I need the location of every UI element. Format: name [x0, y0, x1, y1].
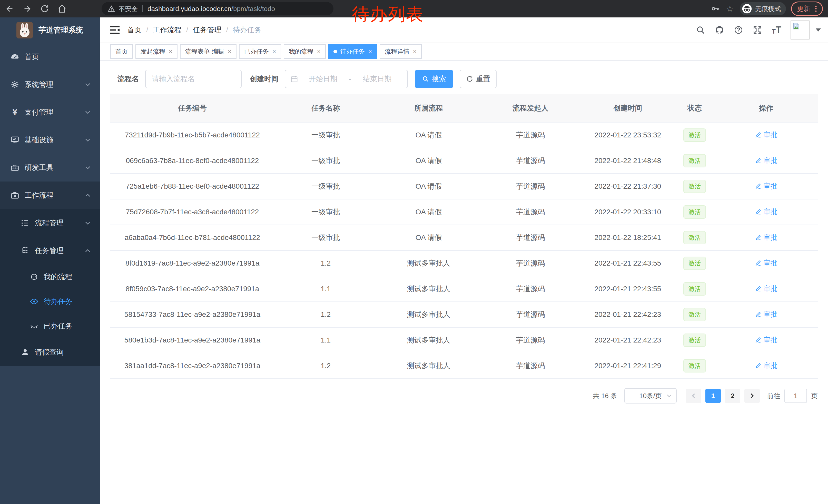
- date-range-picker[interactable]: 开始日期 - 结束日期: [285, 70, 408, 88]
- chevron-down-icon: [85, 165, 91, 171]
- cell-task-id: 75d72608-7b7f-11ec-a3c8-acde48001122: [110, 199, 275, 225]
- sidebar-item-payment[interactable]: ¥ 支付管理: [0, 98, 100, 126]
- cell-process: OA 请假: [377, 199, 481, 225]
- tab-home[interactable]: 首页: [110, 44, 133, 59]
- search-button[interactable]: 搜索: [415, 70, 453, 88]
- sidebar-item-system[interactable]: 系统管理: [0, 71, 100, 98]
- tab-start-process[interactable]: 发起流程×: [135, 44, 177, 59]
- edit-pencil-icon: [755, 157, 761, 164]
- table-row: 381aa1dd-7ac8-11ec-a9e2-a2380e71991a 1.2…: [110, 353, 818, 379]
- breadcrumb-home[interactable]: 首页: [127, 25, 141, 35]
- close-icon[interactable]: ×: [169, 48, 172, 55]
- avatar[interactable]: [791, 20, 810, 40]
- sidebar-item-devtools[interactable]: 研发工具: [0, 154, 100, 182]
- forward-icon[interactable]: [23, 4, 32, 13]
- next-page-button[interactable]: [744, 388, 760, 403]
- close-icon[interactable]: ×: [317, 48, 321, 55]
- url-path[interactable]: /bpm/task/todo: [232, 5, 275, 13]
- approve-link[interactable]: 审批: [755, 182, 778, 191]
- cell-process: 测试多审批人: [377, 302, 481, 327]
- address-bar[interactable]: 不安全 dashboard.yudao.iocoder.cn/bpm/task/…: [101, 2, 333, 15]
- approve-link[interactable]: 审批: [755, 207, 778, 216]
- approve-link[interactable]: 审批: [755, 284, 778, 293]
- edit-pencil-icon: [755, 209, 761, 215]
- cell-task-id: 725a1eb6-7b88-11ec-8ef0-acde48001122: [110, 174, 275, 199]
- incognito-badge: 无痕模式: [740, 2, 786, 15]
- status-badge: 激活: [683, 257, 706, 270]
- close-icon[interactable]: ×: [413, 48, 417, 55]
- sidebar-item-home[interactable]: 首页: [0, 43, 100, 71]
- close-icon[interactable]: ×: [228, 48, 232, 55]
- github-icon[interactable]: [715, 26, 724, 35]
- sidebar-item-workflow[interactable]: 工作流程: [0, 182, 100, 209]
- approve-link[interactable]: 审批: [755, 361, 778, 370]
- chevron-down-icon: [85, 137, 91, 143]
- tab-process-detail[interactable]: 流程详情×: [380, 44, 422, 59]
- page-1-button[interactable]: 1: [705, 388, 721, 403]
- start-date-placeholder: 开始日期: [298, 74, 348, 84]
- cell-create-time: 2022-01-21 22:42:23: [581, 302, 675, 327]
- process-name-input[interactable]: [145, 70, 242, 88]
- search-icon[interactable]: [696, 26, 705, 35]
- approve-link[interactable]: 审批: [755, 310, 778, 319]
- chevron-up-icon: [85, 192, 91, 198]
- approve-link[interactable]: 审批: [755, 259, 778, 268]
- sidebar-item-todo-tasks[interactable]: 待办任务: [0, 289, 100, 314]
- status-badge: 激活: [683, 333, 706, 347]
- approve-link[interactable]: 审批: [755, 233, 778, 242]
- sidebar-item-task-mgmt[interactable]: 任务管理: [0, 237, 100, 265]
- col-task-id: 任务编号: [110, 94, 275, 122]
- fullscreen-icon[interactable]: [753, 26, 762, 35]
- breadcrumb-workflow[interactable]: 工作流程: [153, 25, 181, 35]
- edit-pencil-icon: [755, 285, 761, 292]
- sidebar-item-leave-query[interactable]: 请假查询: [0, 338, 100, 366]
- cell-starter: 芋道源码: [480, 225, 581, 250]
- caret-down-icon[interactable]: [816, 29, 821, 32]
- approve-link[interactable]: 审批: [755, 130, 778, 139]
- annotation-text: 待办列表: [352, 3, 424, 26]
- breadcrumb-task-mgmt[interactable]: 任务管理: [193, 25, 222, 35]
- page-size-select[interactable]: 10条/页: [624, 388, 677, 404]
- close-icon[interactable]: ×: [368, 48, 372, 55]
- tab-todo-tasks[interactable]: 待办任务×: [328, 44, 377, 59]
- warning-icon: [108, 5, 115, 12]
- tab-form-edit[interactable]: 流程表单-编辑×: [180, 44, 237, 59]
- cell-task-id: 73211d9d-7b9b-11ec-b5b7-acde48001122: [110, 122, 275, 148]
- chevron-down-icon: [85, 220, 91, 226]
- url-host[interactable]: dashboard.yudao.iocoder.cn: [148, 5, 232, 13]
- tab-my-process[interactable]: 我的流程×: [284, 44, 326, 59]
- close-icon[interactable]: ×: [273, 48, 276, 55]
- sidebar-item-my-process[interactable]: 我的流程: [0, 265, 100, 289]
- chevron-down-icon: [666, 393, 672, 399]
- goto-page-input[interactable]: [784, 388, 807, 403]
- sidebar-fold-icon[interactable]: [110, 25, 120, 35]
- cell-task-name: 1.1: [275, 327, 377, 353]
- bookmark-star-icon[interactable]: ☆: [726, 4, 734, 13]
- sidebar-item-done-tasks[interactable]: 已办任务: [0, 314, 100, 338]
- reset-button[interactable]: 重置: [460, 70, 497, 88]
- key-icon[interactable]: [711, 4, 720, 13]
- edit-pencil-icon: [755, 311, 761, 318]
- approve-link[interactable]: 审批: [755, 335, 778, 345]
- prev-page-button[interactable]: [686, 388, 701, 403]
- end-date-placeholder: 结束日期: [353, 74, 402, 84]
- home-icon[interactable]: [57, 4, 67, 13]
- sidebar-item-infra[interactable]: 基础设施: [0, 126, 100, 154]
- page-2-button[interactable]: 2: [725, 388, 740, 403]
- app-logo[interactable]: 芋道管理系统: [0, 17, 100, 43]
- reload-icon[interactable]: [40, 4, 49, 13]
- tab-done-tasks[interactable]: 已办任务×: [239, 44, 281, 59]
- sidebar-item-process-mgmt[interactable]: 流程管理: [0, 209, 100, 237]
- eye-closed-icon: [30, 322, 38, 330]
- cell-task-name: 1.2: [275, 353, 377, 379]
- col-starter: 流程发起人: [480, 94, 581, 122]
- menu-dots-icon[interactable]: [813, 5, 819, 12]
- pagination: 共 16 条 10条/页 1 2 前往: [110, 388, 818, 404]
- back-icon[interactable]: [5, 4, 14, 13]
- content: 流程名 创建时间 开始日期 - 结束日期 搜索 重: [100, 60, 828, 504]
- security-label[interactable]: 不安全: [119, 5, 138, 13]
- approve-link[interactable]: 审批: [755, 156, 778, 165]
- update-button[interactable]: 更新: [791, 2, 823, 16]
- font-size-icon[interactable]: TT: [772, 26, 781, 35]
- help-icon[interactable]: [734, 26, 743, 35]
